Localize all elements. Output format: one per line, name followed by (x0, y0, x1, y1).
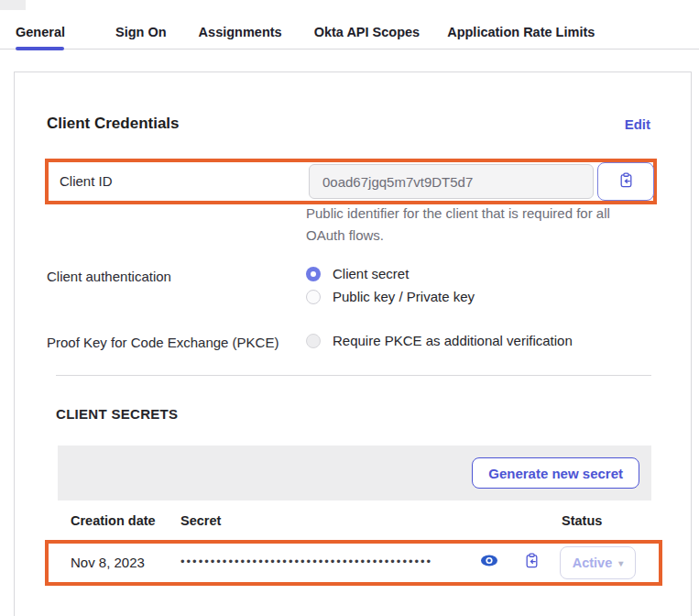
pkce-option-label: Require PKCE as additional verification (333, 333, 573, 348)
edit-link[interactable]: Edit (625, 116, 650, 132)
tab-application-rate-limits[interactable]: Application Rate Limits (447, 25, 595, 39)
copy-client-id-button[interactable] (597, 162, 654, 201)
reveal-secret-button[interactable] (479, 554, 499, 570)
app-tab-bar: General Sign On Assignments Okta API Sco… (0, 0, 699, 50)
generate-new-secret-button[interactable]: Generate new secret (472, 457, 639, 489)
eye-icon (480, 554, 498, 571)
secret-row-highlight-box: Nov 8, 2023 ••••••••••••••••••••••••••••… (45, 540, 662, 586)
client-credentials-title: Client Credentials (47, 115, 180, 133)
clipboard-copy-icon (618, 172, 634, 192)
client-id-help-text: Public identifier for the client that is… (306, 203, 622, 247)
status-label: Active (573, 556, 613, 570)
radio-option-client-secret[interactable]: Client secret (306, 266, 409, 281)
chevron-down-icon: ▾ (618, 558, 623, 568)
client-secrets-toolbar: Generate new secret (58, 446, 651, 500)
pkce-checkbox-option[interactable]: Require PKCE as additional verification (306, 333, 573, 348)
general-settings-card: Client Credentials Edit Client ID Public… (14, 72, 692, 616)
radio-option-label: Public key / Private key (333, 289, 475, 304)
section-divider (56, 375, 651, 376)
radio-unselected-icon[interactable] (306, 290, 321, 304)
client-id-input[interactable] (309, 164, 594, 199)
tab-list: General Sign On Assignments Okta API Sco… (16, 25, 595, 39)
client-authentication-label: Client authentication (47, 269, 171, 284)
clipboard-copy-icon (524, 553, 540, 572)
client-secrets-title: CLIENT SECRETS (56, 406, 178, 422)
client-id-label: Client ID (60, 173, 113, 189)
checkbox-unchecked-icon[interactable] (306, 334, 321, 348)
client-id-highlight-box: Client ID (45, 159, 657, 204)
tab-sign-on[interactable]: Sign On (115, 25, 167, 39)
column-header-status: Status (562, 513, 602, 528)
column-header-creation-date: Creation date (71, 513, 156, 528)
radio-option-label: Client secret (333, 266, 409, 281)
tab-assignments[interactable]: Assignments (199, 25, 282, 39)
active-tab-indicator (16, 47, 64, 50)
masked-secret-value: ••••••••••••••••••••••••••••••••••••••••… (180, 555, 432, 568)
secret-creation-date: Nov 8, 2023 (71, 555, 145, 570)
tab-okta-api-scopes[interactable]: Okta API Scopes (314, 25, 420, 39)
radio-option-public-private-key[interactable]: Public key / Private key (306, 289, 475, 304)
column-header-secret: Secret (180, 513, 221, 528)
radio-selected-icon[interactable] (306, 267, 321, 281)
tab-general[interactable]: General (16, 25, 65, 39)
pkce-label: Proof Key for Code Exchange (PKCE) (47, 335, 279, 350)
status-dropdown-button[interactable]: Active ▾ (560, 546, 636, 579)
copy-secret-button[interactable] (522, 553, 541, 571)
